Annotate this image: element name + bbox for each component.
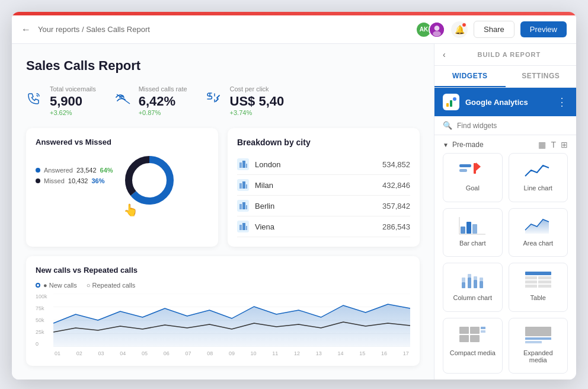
- svg-rect-14: [242, 202, 245, 209]
- x-label: 14: [338, 350, 344, 356]
- metric-change: +3.62%: [50, 109, 96, 116]
- missed-value: 10,432: [68, 177, 88, 184]
- x-label: 10: [251, 350, 257, 356]
- premade-header: ▼ Pre-made ▦ T ⊞: [434, 135, 576, 153]
- widget-grid: Goal Line chart: [434, 153, 576, 380]
- svg-rect-28: [459, 169, 467, 172]
- svg-rect-27: [459, 164, 471, 167]
- sidebar-header: ‹ BUILD A REPORT: [434, 44, 576, 66]
- x-label: 09: [229, 350, 235, 356]
- metric-change: +3.74%: [230, 109, 285, 116]
- widget-card-area[interactable]: Area chart: [509, 208, 568, 257]
- svg-rect-33: [472, 224, 477, 234]
- widget-card-goal[interactable]: Goal: [443, 153, 503, 202]
- svg-rect-16: [239, 225, 242, 230]
- svg-rect-24: [446, 103, 449, 107]
- svg-rect-42: [480, 281, 483, 288]
- answered-dot: [36, 168, 40, 173]
- line-chart-wrapper: 100k 75k 50k 25k 0: [36, 294, 410, 356]
- charts-grid: Answered vs Missed Answered 23,542 64%: [26, 128, 420, 366]
- svg-rect-44: [525, 272, 551, 275]
- breadcrumb: Your reports / Sales Calls Report: [38, 25, 150, 34]
- share-button[interactable]: Share: [474, 21, 514, 38]
- widget-name-bar: Bar chart: [459, 240, 486, 247]
- page-title: Sales Calls Report: [26, 58, 420, 74]
- cursor-icon: 👆: [123, 203, 138, 217]
- y-axis: 100k 75k 50k 25k 0: [36, 294, 47, 347]
- sidebar-collapse-button[interactable]: ‹: [443, 50, 446, 59]
- google-analytics-icon: [443, 94, 459, 110]
- repeated-calls-label: ○ Repeated calls: [87, 282, 135, 289]
- svg-rect-25: [450, 100, 452, 107]
- svg-rect-52: [459, 335, 469, 342]
- svg-rect-8: [242, 161, 245, 168]
- line-chart-legend: ● New calls ○ Repeated calls: [36, 282, 410, 289]
- tab-widgets[interactable]: WIDGETS: [434, 66, 506, 87]
- back-button[interactable]: ←: [21, 24, 31, 35]
- main-content: Sales Calls Report Total voicemails: [12, 44, 576, 380]
- widget-name-area: Area chart: [523, 240, 553, 247]
- line-chart-title: New calls vs Repeated calls: [36, 266, 410, 275]
- sidebar: ‹ BUILD A REPORT WIDGETS SETTINGS Google…: [434, 44, 576, 380]
- search-input[interactable]: [457, 122, 568, 130]
- notification-button[interactable]: 🔔: [451, 21, 468, 38]
- x-label: 15: [359, 350, 365, 356]
- text-view-icon[interactable]: T: [551, 140, 556, 149]
- svg-rect-17: [242, 223, 245, 230]
- svg-rect-48: [538, 280, 551, 283]
- preview-button[interactable]: Preview: [520, 21, 567, 37]
- widget-name-column: Column chart: [453, 294, 492, 301]
- widget-card-bar[interactable]: Bar chart: [443, 208, 503, 257]
- avatar-group: AK: [416, 21, 445, 38]
- sidebar-title: BUILD A REPORT: [450, 51, 568, 58]
- metric-value: US$ 5,40: [230, 94, 285, 109]
- line-chart-widget-icon: [524, 160, 552, 181]
- grid-view-icon[interactable]: ⊞: [561, 140, 568, 149]
- donut-chart: [123, 154, 170, 201]
- premade-view-options: ▦ T ⊞: [538, 140, 568, 149]
- search-bar: 🔍: [434, 116, 576, 135]
- metric-voicemails: Total voicemails 5,900 +3.62%: [26, 85, 96, 116]
- widget-name-table: Table: [531, 294, 546, 301]
- x-label: 03: [98, 350, 104, 356]
- svg-marker-30: [476, 162, 481, 171]
- x-label: 13: [316, 350, 322, 356]
- donut-section: Answered 23,542 64% Missed 10,432 36%: [36, 154, 209, 201]
- chevron-down-icon[interactable]: ▼: [443, 142, 449, 148]
- sidebar-tabs: WIDGETS SETTINGS: [434, 66, 576, 88]
- city-icon: [237, 179, 249, 191]
- widget-card-table[interactable]: Table: [509, 263, 568, 312]
- column-chart-widget-icon: [458, 269, 487, 291]
- metric-missed-info: Missed calls rate 6,42% +0.87%: [139, 85, 187, 116]
- svg-rect-12: [246, 184, 247, 189]
- svg-rect-45: [525, 276, 537, 279]
- new-calls-label: ● New calls: [43, 282, 77, 289]
- bar-view-icon[interactable]: ▦: [538, 140, 546, 149]
- city-breakdown-card: Breakdown by city London 534,852: [228, 128, 420, 247]
- new-calls-dot: [36, 283, 40, 288]
- phone-icon: [26, 91, 43, 111]
- y-label: 100k: [36, 294, 47, 299]
- widget-card-compact[interactable]: Compact media: [443, 318, 503, 374]
- metric-voicemails-info: Total voicemails 5,900 +3.62%: [50, 85, 96, 116]
- top-nav: ← Your reports / Sales Calls Report AK 🔔…: [12, 15, 576, 44]
- svg-rect-36: [462, 282, 465, 288]
- widget-card-column[interactable]: Column chart: [443, 263, 503, 312]
- city-value: 357,842: [382, 202, 410, 211]
- premade-label: Pre-made: [452, 141, 535, 149]
- google-analytics-bar: Google Analytics ⋮: [434, 88, 576, 116]
- tab-settings[interactable]: SETTINGS: [506, 66, 577, 87]
- metric-value: 6,42%: [139, 94, 187, 109]
- city-value: 534,852: [382, 160, 410, 169]
- widget-card-expanded[interactable]: Expanded media: [509, 318, 568, 374]
- svg-rect-51: [459, 327, 469, 334]
- donut-chart-title: Answered vs Missed: [36, 138, 209, 146]
- line-chart-svg: [53, 294, 410, 347]
- x-label: 02: [76, 350, 82, 356]
- city-name: Viena: [255, 222, 376, 231]
- x-label: 08: [207, 350, 213, 356]
- more-options-button[interactable]: ⋮: [557, 95, 568, 109]
- bar-chart-widget-icon: [458, 215, 487, 236]
- widget-card-line[interactable]: Line chart: [509, 153, 568, 202]
- svg-rect-13: [239, 204, 242, 209]
